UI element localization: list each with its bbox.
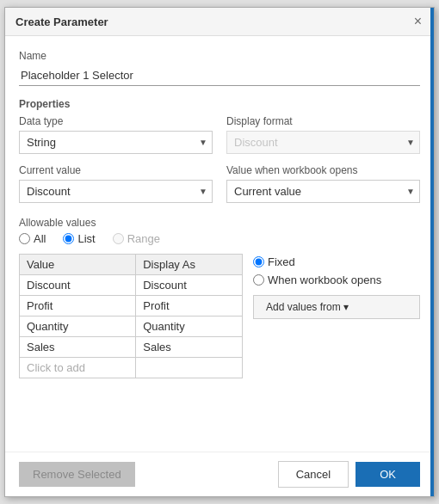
radio-fixed-label: Fixed	[268, 255, 295, 268]
data-type-select[interactable]: String	[19, 131, 213, 154]
cell-display-as: Discount	[136, 275, 243, 296]
radio-all-label: All	[34, 232, 46, 245]
name-label: Name	[19, 50, 420, 62]
cell-display-as: Quantity	[136, 317, 243, 337]
table-row[interactable]: Sales Sales	[20, 337, 243, 358]
allowable-radio-group: All List Range	[19, 232, 420, 245]
cell-display-as: Profit	[136, 296, 243, 317]
cell-value: Sales	[20, 337, 136, 358]
table-row[interactable]: Profit Profit	[20, 296, 243, 317]
table-row-add[interactable]: Click to add	[20, 358, 243, 378]
display-format-label: Display format	[226, 115, 420, 127]
dialog-header: Create Parameter ×	[5, 8, 434, 36]
cancel-button[interactable]: Cancel	[278, 461, 349, 488]
dialog-title: Create Parameter	[15, 15, 108, 28]
data-type-label: Data type	[19, 115, 213, 127]
remove-selected-button[interactable]: Remove Selected	[19, 462, 135, 487]
col-header-value: Value	[20, 255, 136, 275]
radio-when-opens-input[interactable]	[253, 274, 264, 286]
name-input[interactable]	[19, 65, 420, 86]
col-header-display-as: Display As	[136, 255, 243, 275]
click-to-add-cell: Click to add	[20, 358, 136, 378]
table-row[interactable]: Discount Discount	[20, 275, 243, 296]
radio-all[interactable]: All	[19, 232, 46, 245]
table-header-row: Value Display As	[20, 255, 243, 275]
current-value-label: Current value	[19, 164, 213, 176]
properties-label: Properties	[19, 98, 420, 110]
current-value-col: Current value Discount Profit Quantity S…	[19, 164, 213, 203]
current-value-select-wrapper: Discount Profit Quantity Sales ▼	[19, 180, 213, 203]
radio-when-opens[interactable]: When workbook opens	[253, 274, 420, 286]
values-table: Value Display As Discount Discount Profi…	[19, 254, 243, 378]
ok-button[interactable]: OK	[356, 462, 420, 487]
radio-list-input[interactable]	[63, 233, 74, 244]
value-row: Current value Discount Profit Quantity S…	[19, 164, 420, 203]
radio-fixed-input[interactable]	[253, 256, 264, 267]
properties-row: Data type String ▼ Display format Discou…	[19, 115, 420, 154]
radio-range-input[interactable]	[113, 233, 124, 244]
value-when-opens-select-wrapper: Current value Fixed value ▼	[226, 180, 420, 203]
main-content-row: Value Display As Discount Discount Profi…	[19, 254, 420, 378]
display-format-select[interactable]: Discount	[226, 131, 420, 154]
add-values-button[interactable]: Add values from ▾	[253, 295, 420, 319]
dialog-footer: Remove Selected Cancel OK	[5, 452, 434, 496]
radio-when-opens-label: When workbook opens	[268, 274, 381, 286]
display-format-select-wrapper: Discount ▼	[226, 131, 420, 154]
radio-list-label: List	[77, 232, 95, 245]
data-type-select-wrapper: String ▼	[19, 131, 213, 154]
click-to-add-cell-empty	[136, 358, 243, 378]
cell-value: Profit	[20, 296, 136, 317]
allowable-values-label: Allowable values	[19, 217, 420, 229]
radio-fixed[interactable]: Fixed	[253, 255, 420, 268]
allowable-values-section: Allowable values All List Range	[19, 217, 420, 378]
radio-all-input[interactable]	[19, 233, 30, 244]
display-format-col: Display format Discount ▼	[226, 115, 420, 154]
current-value-select[interactable]: Discount Profit Quantity Sales	[19, 180, 213, 203]
dialog-body: Name Properties Data type String ▼ Displ…	[5, 36, 434, 452]
value-when-opens-select[interactable]: Current value Fixed value	[226, 180, 420, 203]
accent-bar	[430, 8, 434, 496]
radio-list[interactable]: List	[63, 232, 95, 245]
data-type-col: Data type String ▼	[19, 115, 213, 154]
cell-value: Quantity	[20, 317, 136, 337]
close-button[interactable]: ×	[412, 15, 424, 28]
radio-range[interactable]: Range	[113, 232, 160, 245]
create-parameter-dialog: Create Parameter × Name Properties Data …	[4, 7, 435, 497]
right-section: Fixed When workbook opens Add values fro…	[253, 254, 420, 378]
value-when-opens-col: Value when workbook opens Current value …	[226, 164, 420, 203]
table-row[interactable]: Quantity Quantity	[20, 317, 243, 337]
values-table-section: Value Display As Discount Discount Profi…	[19, 254, 243, 378]
value-when-opens-label: Value when workbook opens	[226, 164, 420, 176]
cell-display-as: Sales	[136, 337, 243, 358]
fixed-radio-group: Fixed When workbook opens	[253, 255, 420, 286]
cell-value: Discount	[20, 275, 136, 296]
radio-range-label: Range	[127, 232, 160, 245]
